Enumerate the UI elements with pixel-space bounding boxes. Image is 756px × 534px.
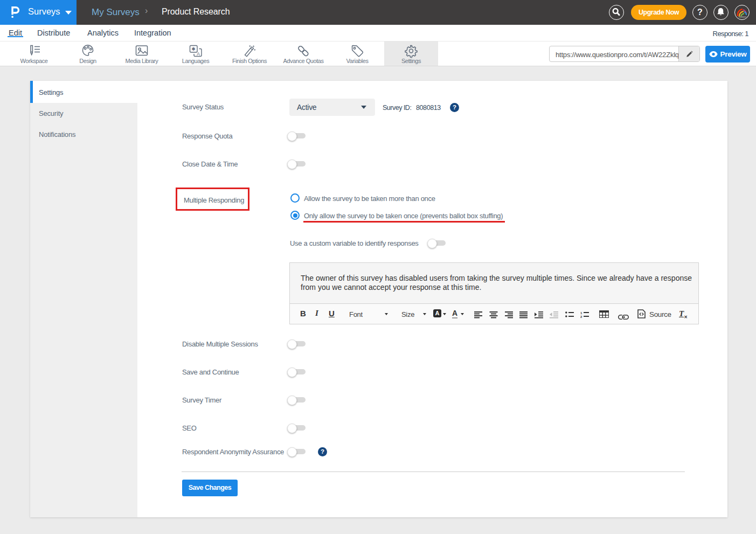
svg-text:A: A bbox=[197, 51, 200, 57]
svg-text:2: 2 bbox=[580, 315, 582, 318]
svg-text:✱: ✱ bbox=[191, 46, 196, 52]
svg-text:1: 1 bbox=[580, 311, 582, 315]
